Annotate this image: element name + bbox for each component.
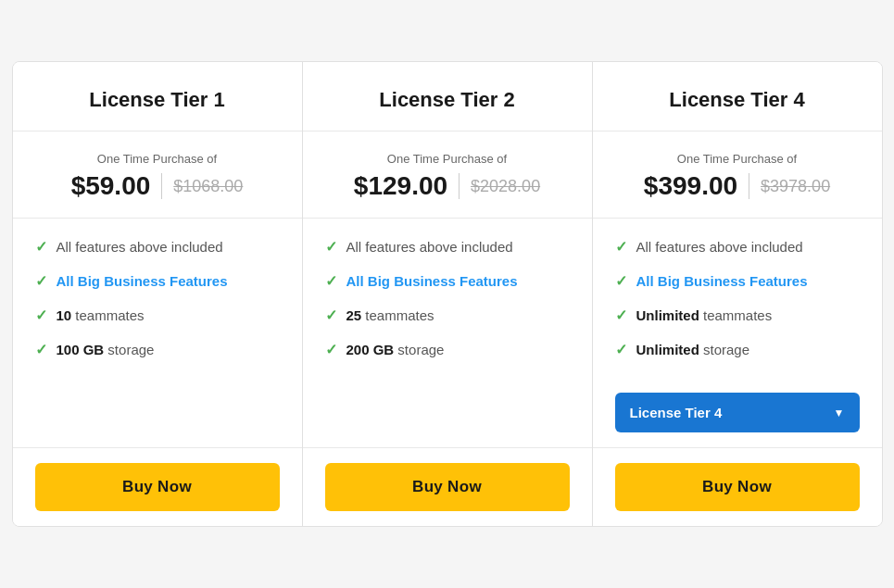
checkmark-icon-tier4-0: ✓ — [615, 238, 627, 256]
checkmark-icon-tier1-1: ✓ — [35, 272, 47, 290]
checkmark-icon-tier1-3: ✓ — [35, 341, 47, 358]
price-section-tier1: One Time Purchase of$59.00$1068.00 — [13, 131, 302, 219]
checkmark-icon-tier2-3: ✓ — [325, 341, 337, 358]
tier-title-tier2: License Tier 2 — [325, 88, 570, 112]
feature-text-tier1-2: 10 teammates — [57, 306, 145, 325]
current-price-tier1: $59.00 — [71, 171, 151, 201]
price-row-tier1: $59.00$1068.00 — [35, 171, 280, 201]
checkmark-icon-tier2-0: ✓ — [325, 238, 337, 256]
feature-item-tier2-0: ✓All features above included — [325, 237, 570, 256]
checkmark-icon-tier2-2: ✓ — [325, 307, 337, 324]
buy-now-button-tier1[interactable]: Buy Now — [35, 463, 280, 511]
dropdown-spacer-tier2 — [303, 432, 592, 447]
feature-text-tier2-1[interactable]: All Big Business Features — [346, 271, 518, 291]
card-header-tier1: License Tier 1 — [13, 62, 302, 131]
original-price-tier1: $1068.00 — [173, 177, 243, 196]
feature-item-tier4-1: ✓All Big Business Features — [615, 271, 860, 291]
checkmark-icon-tier2-1: ✓ — [325, 272, 337, 290]
pricing-card-tier2: License Tier 2One Time Purchase of$129.0… — [303, 62, 593, 526]
features-section-tier2: ✓All features above included✓All Big Bus… — [303, 219, 592, 432]
feature-text-tier2-3: 200 GB storage — [346, 340, 445, 359]
features-section-tier4: ✓All features above included✓All Big Bus… — [593, 219, 882, 393]
dropdown-label-tier4: License Tier 4 — [630, 405, 723, 420]
checkmark-icon-tier4-3: ✓ — [615, 341, 627, 358]
feature-text-tier1-1[interactable]: All Big Business Features — [57, 271, 228, 291]
one-time-label-tier1: One Time Purchase of — [35, 152, 280, 166]
feature-text-tier4-0: All features above included — [636, 237, 803, 256]
chevron-down-icon-tier4: ▼ — [834, 407, 845, 419]
feature-item-tier2-2: ✓25 teammates — [325, 306, 570, 325]
feature-text-tier2-0: All features above included — [346, 237, 513, 256]
dropdown-spacer-tier1 — [13, 432, 302, 447]
pricing-container: License Tier 1One Time Purchase of$59.00… — [12, 61, 883, 527]
tier-title-tier1: License Tier 1 — [35, 88, 280, 112]
tier-title-tier4: License Tier 4 — [615, 88, 860, 112]
checkmark-icon-tier4-2: ✓ — [615, 307, 627, 324]
buy-section-tier4: Buy Now — [593, 447, 882, 526]
feature-text-tier1-0: All features above included — [57, 237, 223, 256]
one-time-label-tier2: One Time Purchase of — [325, 152, 570, 166]
checkmark-icon-tier1-0: ✓ — [35, 238, 47, 256]
current-price-tier2: $129.00 — [354, 171, 447, 201]
one-time-label-tier4: One Time Purchase of — [615, 152, 860, 166]
tier-dropdown-tier4[interactable]: License Tier 4▼ — [615, 393, 860, 432]
feature-item-tier1-3: ✓100 GB storage — [35, 340, 280, 359]
features-section-tier1: ✓All features above included✓All Big Bus… — [13, 219, 302, 432]
buy-now-button-tier2[interactable]: Buy Now — [325, 463, 570, 511]
feature-item-tier2-3: ✓200 GB storage — [325, 340, 570, 359]
price-divider-tier2 — [459, 173, 460, 199]
buy-now-button-tier4[interactable]: Buy Now — [615, 463, 860, 511]
pricing-card-tier4: License Tier 4One Time Purchase of$399.0… — [593, 62, 882, 526]
feature-item-tier1-2: ✓10 teammates — [35, 306, 280, 325]
buy-section-tier2: Buy Now — [303, 447, 592, 526]
original-price-tier4: $3978.00 — [761, 177, 830, 196]
feature-text-tier4-2: Unlimited teammates — [636, 306, 773, 325]
feature-item-tier1-1: ✓All Big Business Features — [35, 271, 280, 291]
feature-text-tier4-1[interactable]: All Big Business Features — [636, 271, 808, 291]
feature-text-tier1-3: 100 GB storage — [57, 340, 155, 359]
price-section-tier2: One Time Purchase of$129.00$2028.00 — [303, 131, 592, 219]
buy-section-tier1: Buy Now — [13, 447, 302, 526]
feature-item-tier4-0: ✓All features above included — [615, 237, 860, 256]
price-section-tier4: One Time Purchase of$399.00$3978.00 — [593, 131, 882, 219]
price-divider-tier1 — [161, 173, 162, 199]
original-price-tier2: $2028.00 — [471, 177, 540, 196]
price-divider-tier4 — [749, 173, 749, 199]
feature-item-tier2-1: ✓All Big Business Features — [325, 271, 570, 291]
price-row-tier2: $129.00$2028.00 — [325, 171, 570, 201]
feature-text-tier2-2: 25 teammates — [346, 306, 434, 325]
feature-item-tier4-2: ✓Unlimited teammates — [615, 306, 860, 325]
checkmark-icon-tier4-1: ✓ — [615, 272, 627, 290]
dropdown-section-tier4: License Tier 4▼ — [593, 393, 882, 447]
card-header-tier2: License Tier 2 — [303, 62, 592, 131]
feature-text-tier4-3: Unlimited storage — [636, 340, 750, 359]
feature-item-tier1-0: ✓All features above included — [35, 237, 280, 256]
current-price-tier4: $399.00 — [644, 171, 737, 201]
pricing-card-tier1: License Tier 1One Time Purchase of$59.00… — [13, 62, 303, 526]
feature-item-tier4-3: ✓Unlimited storage — [615, 340, 860, 359]
price-row-tier4: $399.00$3978.00 — [615, 171, 860, 201]
card-header-tier4: License Tier 4 — [593, 62, 882, 131]
checkmark-icon-tier1-2: ✓ — [35, 307, 47, 324]
